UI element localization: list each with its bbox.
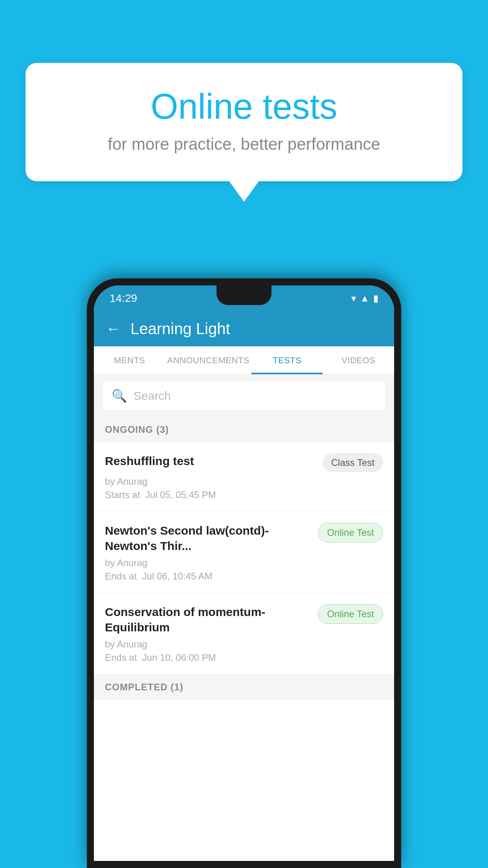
status-icons: ▾ ▲ ▮ bbox=[351, 293, 378, 304]
test-time-label-1: Starts at bbox=[105, 489, 140, 500]
test-time-2: Ends at Jul 06, 10:45 AM bbox=[105, 571, 383, 582]
speech-bubble-title: Online tests bbox=[57, 86, 431, 127]
test-meta-2: by Anurag bbox=[105, 557, 383, 568]
test-title-3: Conservation of momentum-Equilibrium bbox=[105, 604, 318, 635]
test-badge-2: Online Test bbox=[318, 523, 383, 542]
test-time-value-2: Jul 06, 10:45 AM bbox=[142, 571, 213, 581]
test-badge-3: Online Test bbox=[318, 604, 383, 624]
app-bar: ← Learning Light bbox=[94, 311, 394, 346]
completed-label: COMPLETED (1) bbox=[105, 682, 183, 692]
phone-inner: 14:29 ▾ ▲ ▮ ← Learning Light MENTS ANNOU… bbox=[94, 285, 394, 861]
test-time-value-3: Jun 10, 06:00 PM bbox=[142, 652, 216, 663]
phone-frame: 14:29 ▾ ▲ ▮ ← Learning Light MENTS ANNOU… bbox=[87, 278, 401, 868]
tab-tests[interactable]: TESTS bbox=[251, 346, 323, 374]
completed-section-header: COMPLETED (1) bbox=[94, 675, 394, 700]
test-item-2[interactable]: Newton's Second law(contd)-Newton's Thir… bbox=[94, 512, 394, 593]
signal-icon: ▲ bbox=[360, 293, 369, 304]
app-title: Learning Light bbox=[130, 320, 230, 338]
test-badge-1: Class Test bbox=[323, 453, 383, 472]
notch bbox=[216, 285, 272, 305]
ongoing-section-header: ONGOING (3) bbox=[94, 417, 394, 442]
test-title-1: Reshuffling test bbox=[105, 453, 323, 469]
search-icon: 🔍 bbox=[112, 388, 127, 403]
back-button[interactable]: ← bbox=[106, 320, 121, 337]
status-time: 14:29 bbox=[110, 292, 137, 305]
test-time-value-1: Jul 05, 05:45 PM bbox=[145, 489, 216, 500]
test-time-label-2: Ends at bbox=[105, 571, 137, 581]
test-by-3: by Anurag bbox=[105, 639, 147, 649]
test-item-3[interactable]: Conservation of momentum-Equilibrium Onl… bbox=[94, 593, 394, 675]
test-item-1[interactable]: Reshuffling test Class Test by Anurag St… bbox=[94, 442, 394, 512]
test-item-header-2: Newton's Second law(contd)-Newton's Thir… bbox=[105, 523, 383, 554]
test-meta-1: by Anurag bbox=[105, 476, 383, 487]
test-item-header-3: Conservation of momentum-Equilibrium Onl… bbox=[105, 604, 383, 635]
test-meta-3: by Anurag bbox=[105, 639, 383, 650]
battery-icon: ▮ bbox=[373, 293, 378, 304]
status-bar: 14:29 ▾ ▲ ▮ bbox=[94, 285, 394, 311]
tab-videos[interactable]: VIDEOS bbox=[323, 346, 394, 374]
tabs-bar: MENTS ANNOUNCEMENTS TESTS VIDEOS bbox=[94, 346, 394, 375]
test-by-1: by Anurag bbox=[105, 476, 147, 487]
speech-bubble-subtitle: for more practice, better performance bbox=[57, 135, 431, 154]
test-time-label-3: Ends at bbox=[105, 652, 137, 663]
tab-ments[interactable]: MENTS bbox=[94, 346, 165, 374]
speech-bubble-container: Online tests for more practice, better p… bbox=[26, 63, 462, 181]
search-box[interactable]: 🔍 Search bbox=[102, 381, 386, 411]
test-title-2: Newton's Second law(contd)-Newton's Thir… bbox=[105, 523, 318, 554]
search-placeholder: Search bbox=[134, 389, 171, 403]
speech-bubble: Online tests for more practice, better p… bbox=[26, 63, 462, 181]
test-by-2: by Anurag bbox=[105, 557, 147, 568]
wifi-icon: ▾ bbox=[351, 293, 356, 304]
test-time-1: Starts at Jul 05, 05:45 PM bbox=[105, 489, 383, 500]
search-container: 🔍 Search bbox=[94, 375, 394, 417]
tab-announcements[interactable]: ANNOUNCEMENTS bbox=[165, 346, 251, 374]
test-item-header-1: Reshuffling test Class Test bbox=[105, 453, 383, 472]
ongoing-label: ONGOING (3) bbox=[105, 424, 169, 435]
test-time-3: Ends at Jun 10, 06:00 PM bbox=[105, 652, 383, 663]
